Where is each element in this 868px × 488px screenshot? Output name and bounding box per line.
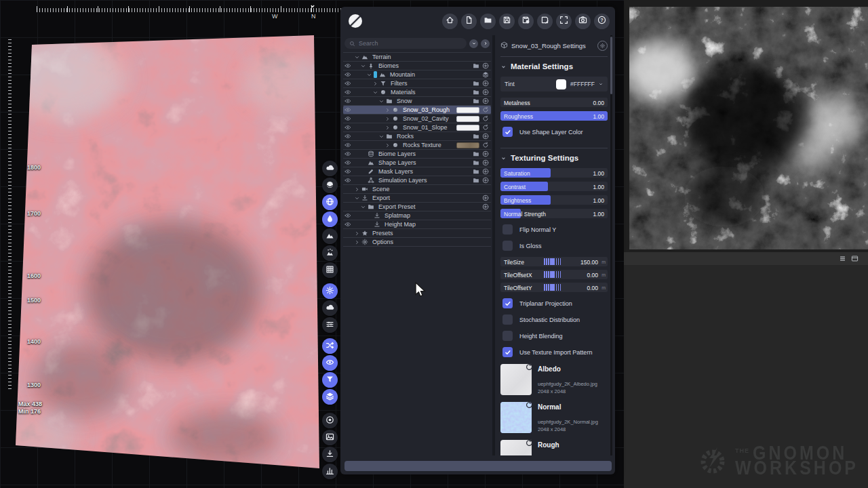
- visibility-eye-icon[interactable]: [344, 212, 354, 219]
- slider-brightness[interactable]: Brightness1.00: [500, 195, 608, 205]
- tree-row-biomes[interactable]: Biomes: [343, 62, 491, 70]
- inspector-settings-button[interactable]: [597, 41, 608, 51]
- texturing-settings-section-header[interactable]: Texturing Settings: [500, 154, 608, 162]
- inspector-scrollbar[interactable]: [610, 35, 612, 455]
- terrain-tool-button[interactable]: [322, 228, 338, 244]
- open-folder-button[interactable]: [480, 14, 496, 29]
- visibility-eye-icon[interactable]: [344, 106, 354, 113]
- new-file-button[interactable]: [461, 14, 477, 29]
- save-edit-button[interactable]: [537, 14, 553, 29]
- visibility-eye-icon[interactable]: [344, 168, 354, 175]
- refresh-icon[interactable]: [525, 402, 532, 409]
- visibility-eye-icon[interactable]: [344, 124, 354, 131]
- visibility-eye-icon[interactable]: [344, 80, 354, 87]
- chevron-down-icon[interactable]: [366, 72, 374, 78]
- visibility-eye-icon[interactable]: [344, 133, 354, 140]
- filter-tool-button[interactable]: [322, 372, 338, 388]
- fit-view-button[interactable]: [556, 14, 572, 29]
- collapse-all-button[interactable]: [469, 39, 478, 48]
- slider-metalness[interactable]: Metalness0.00: [500, 98, 608, 107]
- chevron-right-icon[interactable]: [384, 125, 392, 131]
- clouds-tool-button[interactable]: [322, 161, 338, 176]
- list-settings-tool-button[interactable]: [322, 317, 338, 333]
- tree-row-splatmap[interactable]: Splatmap: [343, 211, 491, 220]
- tree-row-scene[interactable]: Scene: [343, 185, 491, 194]
- chevron-right-icon[interactable]: [384, 142, 392, 148]
- tree-row-snow-01-slope[interactable]: Snow_01_Slope: [343, 123, 491, 132]
- tint-color-swatch[interactable]: [556, 79, 566, 89]
- gear-tool-button[interactable]: [322, 283, 338, 299]
- visibility-eye-icon[interactable]: [344, 115, 354, 122]
- visibility-eye-icon[interactable]: [344, 150, 354, 157]
- drag-field-tilesize[interactable]: TileSize150.00m: [500, 257, 608, 266]
- tree-row-biome-layers[interactable]: Biome Layers: [343, 150, 491, 159]
- stats-tool-button[interactable]: [322, 464, 338, 479]
- search-input[interactable]: [359, 40, 462, 47]
- tree-row-presets[interactable]: Presets: [343, 229, 491, 238]
- chevron-right-icon[interactable]: [384, 107, 392, 113]
- shuffle-tool-button[interactable]: [322, 338, 338, 354]
- tint-dropdown-icon[interactable]: [598, 81, 604, 87]
- drag-field-tileoffsetx[interactable]: TileOffsetX0.00m: [500, 270, 608, 279]
- checkbox-is-gloss[interactable]: [502, 241, 513, 251]
- tree-row-options[interactable]: Options: [343, 238, 491, 247]
- panel-view-icon[interactable]: [851, 253, 859, 265]
- globe-tool-button[interactable]: [322, 195, 338, 210]
- save-as-button[interactable]: [518, 14, 534, 29]
- help-button[interactable]: ?: [594, 14, 610, 29]
- image-tool-button[interactable]: [322, 430, 338, 445]
- visibility-eye-icon[interactable]: [344, 89, 354, 96]
- add-layer-icon[interactable]: [482, 174, 489, 186]
- tree-row-rocks-texture[interactable]: Rocks Texture: [343, 141, 491, 150]
- sphere-tool-button[interactable]: [322, 178, 338, 193]
- chevron-down-icon[interactable]: [360, 204, 368, 210]
- material-settings-section-header[interactable]: Material Settings: [500, 62, 608, 70]
- visibility-eye-icon[interactable]: [344, 142, 354, 148]
- chevron-down-icon[interactable]: [378, 98, 386, 104]
- tree-row-terrain[interactable]: Terrain: [343, 53, 491, 62]
- texture-thumbnail-albedo[interactable]: [500, 364, 532, 395]
- tint-color-field[interactable]: Tint #FFFFFF: [500, 77, 608, 92]
- refresh-icon[interactable]: [525, 438, 534, 447]
- slider-roughness[interactable]: Roughness1.00: [500, 111, 608, 121]
- visibility-eye-icon[interactable]: [344, 98, 354, 104]
- refresh-icon[interactable]: [525, 362, 534, 371]
- visibility-eye-icon[interactable]: [344, 159, 354, 166]
- texture-thumbnail-rough[interactable]: [500, 440, 532, 455]
- chevron-right-icon[interactable]: [354, 239, 361, 245]
- grid-tool-button[interactable]: [322, 262, 338, 278]
- slider-saturation[interactable]: Saturation1.00: [500, 168, 608, 178]
- chevron-right-icon[interactable]: [372, 81, 380, 87]
- search-field[interactable]: [344, 38, 467, 49]
- checkbox-flip-normal-y[interactable]: [502, 224, 513, 235]
- tree-row-simulation-layers[interactable]: Simulation Layers: [343, 176, 491, 185]
- slider-normal-strength[interactable]: Normal Strength1.00: [500, 209, 608, 218]
- tree-row-filters[interactable]: Filters: [343, 79, 491, 88]
- tree-row-mountain[interactable]: Mountain: [343, 70, 491, 79]
- chevron-down-icon[interactable]: [372, 89, 380, 96]
- tree-row-mask-layers[interactable]: Mask Layers: [343, 167, 491, 176]
- save-button[interactable]: [499, 14, 515, 29]
- tree-row-shape-layers[interactable]: Shape Layers: [343, 159, 491, 167]
- group-folder-icon[interactable]: [473, 60, 479, 72]
- tree-row-height-map[interactable]: Height Map: [343, 220, 491, 229]
- add-layer-icon[interactable]: [482, 201, 489, 213]
- chevron-down-icon[interactable]: [354, 54, 361, 60]
- texture-map-preview[interactable]: [629, 7, 868, 249]
- list-view-icon[interactable]: [839, 253, 846, 265]
- checkbox-stochastic-distribution[interactable]: [502, 314, 513, 325]
- group-folder-icon[interactable]: [473, 174, 479, 186]
- chevron-right-icon[interactable]: [384, 116, 392, 122]
- expand-all-button[interactable]: [481, 39, 490, 48]
- layers-tool-button[interactable]: [322, 389, 338, 405]
- visibility-eye-icon[interactable]: [344, 62, 354, 69]
- chevron-down-icon[interactable]: [354, 195, 361, 201]
- tree-row-export-preset[interactable]: Export Preset: [343, 203, 491, 211]
- texture-thumbnail-normal[interactable]: [500, 402, 532, 433]
- chevron-right-icon[interactable]: [354, 230, 361, 237]
- record-tool-button[interactable]: [322, 413, 338, 428]
- checkbox-use-texture-import-pattern[interactable]: [502, 347, 513, 357]
- water-drop-tool-button[interactable]: [322, 211, 338, 227]
- chevron-right-icon[interactable]: [354, 186, 361, 192]
- visibility-eye-icon[interactable]: [344, 177, 354, 184]
